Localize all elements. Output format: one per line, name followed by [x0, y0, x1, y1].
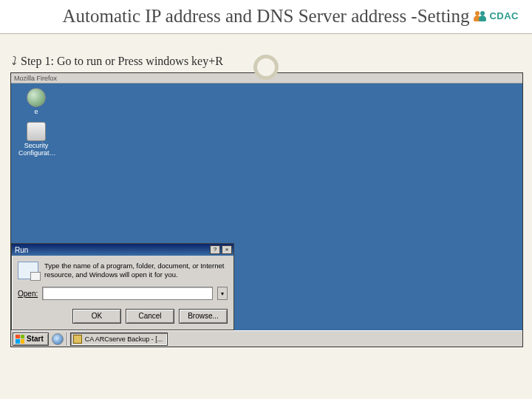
open-dropdown-button[interactable]: ▾	[217, 287, 228, 300]
slide-title: Automatic IP address and DNS Server addr…	[15, 4, 517, 27]
windows-flag-icon	[16, 335, 24, 344]
taskbar-app-label: CA ARCserve Backup - [...	[85, 335, 163, 343]
browse-button[interactable]: Browse...	[179, 309, 228, 324]
cdac-logo: CDAC	[474, 10, 519, 21]
quicklaunch-ie-icon[interactable]	[52, 333, 64, 345]
cancel-button[interactable]: Cancel	[126, 309, 174, 324]
taskbar[interactable]: Start CA ARCserve Backup - [...	[11, 330, 522, 347]
run-dialog: Run ? × Type the name of a program, fold…	[11, 243, 234, 330]
embedded-screenshot: Mozilla Firefox e Security Configurat… R…	[10, 72, 523, 347]
desktop-icon-ie[interactable]: e	[18, 88, 54, 116]
close-button[interactable]: ×	[222, 245, 232, 254]
desktop-area[interactable]: e Security Configurat… Run ? ×	[11, 83, 522, 330]
open-input[interactable]	[42, 287, 213, 300]
shield-icon	[27, 122, 46, 141]
run-dialog-body: Type the name of a program, folder, docu…	[12, 256, 233, 330]
help-button[interactable]: ?	[210, 245, 220, 254]
taskbar-separator	[66, 332, 67, 346]
open-label: Open:	[18, 290, 38, 298]
desktop-icon-security[interactable]: Security Configurat…	[18, 122, 54, 157]
start-label: Start	[27, 335, 44, 343]
app-title: Mozilla Firefox	[14, 75, 57, 82]
run-dialog-titlebar[interactable]: Run ? ×	[12, 244, 233, 256]
bullet-text: Step 1: Go to run or Press windows key+R	[21, 55, 223, 68]
run-app-icon	[18, 262, 38, 279]
decorative-ring-icon	[253, 55, 279, 80]
taskbar-app-button[interactable]: CA ARCserve Backup - [...	[70, 332, 168, 346]
run-description: Type the name of a program, folder, docu…	[44, 262, 228, 279]
start-button[interactable]: Start	[13, 332, 49, 346]
desktop-icon-label: e	[18, 109, 54, 116]
desktop-icon-label: Security Configurat…	[18, 143, 54, 157]
slide-body: ⤵ Step 1: Go to run or Press windows key…	[0, 34, 532, 355]
bullet-glyph-icon: ⤵	[10, 55, 16, 68]
logo-people-icon	[474, 11, 486, 21]
run-dialog-title: Run	[15, 246, 28, 254]
ok-button[interactable]: OK	[72, 309, 121, 324]
slide: Automatic IP address and DNS Server addr…	[0, 0, 532, 399]
logo-text: CDAC	[489, 10, 519, 21]
arcserve-icon	[73, 335, 82, 344]
globe-icon	[27, 88, 46, 107]
title-area: Automatic IP address and DNS Server addr…	[0, 0, 532, 34]
